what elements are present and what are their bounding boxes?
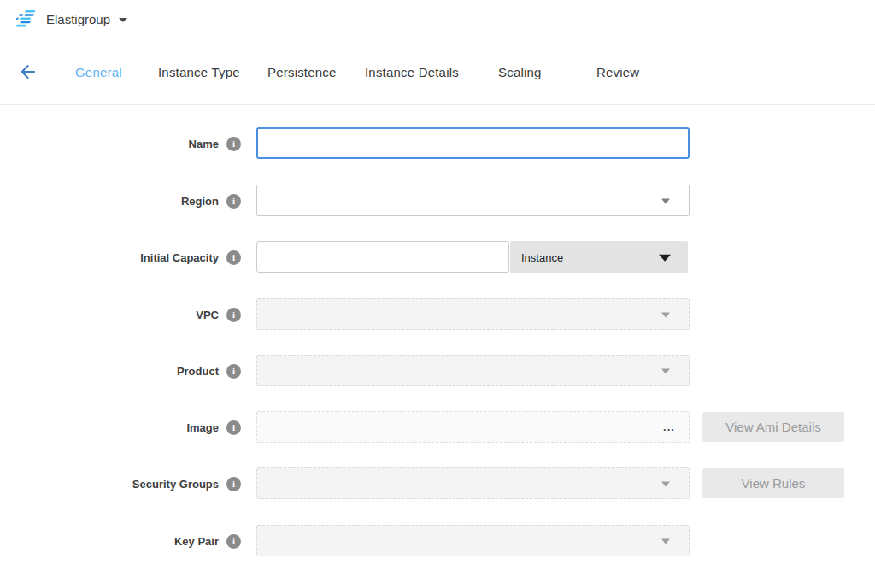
form-row-name: Name i	[0, 127, 875, 160]
key-pair-select	[256, 525, 690, 556]
tab-persistence[interactable]: Persistence	[267, 39, 337, 104]
region-label-group: Region i	[0, 185, 241, 217]
image-browse-button[interactable]: ...	[649, 412, 689, 442]
product-label-group: Product i	[0, 355, 241, 387]
initial-capacity-label: Initial Capacity	[140, 251, 219, 264]
form-row-image: Image i ... View Ami Details	[0, 411, 875, 444]
form-row-region: Region i	[0, 185, 875, 217]
security-groups-label-group: Security Groups i	[0, 467, 241, 500]
app-header: Elastigroup	[0, 0, 875, 38]
name-label-group: Name i	[0, 127, 241, 160]
form-row-security-groups: Security Groups i View Rules	[0, 467, 875, 500]
tab-scaling[interactable]: Scaling	[498, 39, 542, 104]
caret-down-icon	[661, 312, 670, 317]
capacity-unit-select[interactable]: Instance	[510, 241, 688, 273]
security-groups-info-icon[interactable]: i	[226, 477, 241, 491]
caret-down-icon	[119, 18, 127, 22]
key-pair-label-group: Key Pair i	[0, 525, 241, 557]
tab-instance-type[interactable]: Instance Type	[158, 39, 240, 104]
product-label: Product	[177, 365, 219, 378]
vpc-info-icon[interactable]: i	[226, 308, 241, 322]
form-row-vpc: VPC i	[0, 298, 875, 331]
region-label: Region	[181, 195, 219, 208]
name-input[interactable]	[256, 127, 690, 159]
tab-review[interactable]: Review	[596, 39, 639, 104]
form-row-product: Product i	[0, 355, 875, 387]
caret-down-icon	[661, 481, 670, 486]
initial-capacity-info-icon[interactable]: i	[226, 250, 241, 265]
capacity-unit-value: Instance	[521, 251, 563, 264]
app-switcher[interactable]: Elastigroup	[46, 12, 127, 26]
key-pair-info-icon[interactable]: i	[226, 534, 241, 549]
tab-instance-details[interactable]: Instance Details	[365, 39, 459, 104]
app-name: Elastigroup	[46, 12, 110, 26]
region-info-icon[interactable]: i	[226, 194, 241, 209]
elastigroup-create-wizard: Elastigroup General Instance Type Persis…	[0, 0, 875, 588]
tab-label: Persistence	[267, 65, 337, 79]
region-select[interactable]	[256, 185, 690, 216]
vpc-select	[256, 298, 690, 330]
security-groups-label: Security Groups	[132, 478, 219, 491]
key-pair-label: Key Pair	[174, 535, 219, 548]
view-rules-button[interactable]: View Rules	[702, 468, 844, 498]
arrow-back-icon	[17, 62, 38, 83]
initial-capacity-input[interactable]	[256, 241, 509, 273]
form-row-key-pair: Key Pair i	[0, 525, 875, 557]
caret-down-icon	[661, 368, 670, 373]
elastigroup-logo-icon	[12, 9, 36, 29]
vpc-label: VPC	[196, 309, 219, 321]
caret-down-icon	[659, 255, 671, 262]
tab-label: Scaling	[498, 65, 542, 79]
product-select	[256, 355, 690, 386]
security-groups-select	[256, 467, 690, 499]
image-input: ...	[256, 411, 690, 443]
image-info-icon[interactable]: i	[226, 420, 241, 435]
form-row-initial-capacity: Initial Capacity i Instance	[0, 241, 875, 273]
product-info-icon[interactable]: i	[226, 364, 241, 379]
vpc-label-group: VPC i	[0, 298, 241, 331]
view-ami-details-button[interactable]: View Ami Details	[702, 412, 844, 442]
image-label-group: Image i	[0, 411, 241, 444]
tab-label: General	[75, 65, 122, 79]
initial-capacity-label-group: Initial Capacity i	[0, 241, 241, 273]
tab-label: Instance Type	[158, 65, 240, 79]
tab-label: Review	[596, 65, 639, 79]
name-label: Name	[189, 138, 219, 150]
wizard-step-nav: General Instance Type Persistence Instan…	[0, 39, 875, 105]
caret-down-icon	[661, 538, 670, 544]
back-button[interactable]	[15, 60, 40, 85]
name-info-icon[interactable]: i	[226, 137, 241, 151]
caret-down-icon	[661, 198, 670, 203]
tab-label: Instance Details	[365, 65, 459, 79]
image-label: Image	[186, 421, 219, 434]
tab-general[interactable]: General	[75, 39, 122, 104]
